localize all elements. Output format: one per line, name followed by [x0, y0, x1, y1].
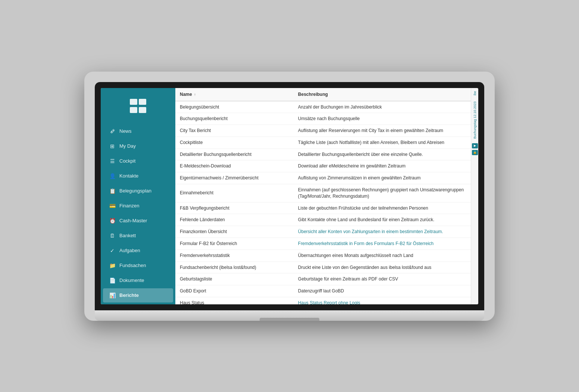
cashmaster-label: Cash-Master [119, 218, 147, 223]
row-name-5: E-Meldeschein-Download [175, 160, 294, 172]
table-row[interactable]: Buchungsquellenbericht Umsätze nach Buch… [175, 113, 471, 125]
table-row[interactable]: Eigentümernachweis / Zimmerübersicht Auf… [175, 172, 471, 184]
myday-label: My Day [119, 143, 136, 149]
date-label: Buchungstag 12.10.2023 [473, 101, 477, 139]
laptop-screen: 🗞 News ⊞ My Day ☰ Cockpit 👤 Kontakte 📋 B… [101, 88, 478, 304]
nav-item-news[interactable]: 🗞 News [103, 124, 173, 138]
table-row[interactable]: Cockpitliste Tägliche Liste (auch Notfal… [175, 137, 471, 148]
table-row[interactable]: E-Meldeschein-Download Download aller eM… [175, 160, 471, 172]
aufgaben-icon: ✓ [109, 247, 116, 254]
table-row[interactable]: GoBD Export Datenzugriff laut GoBD [175, 285, 471, 297]
table-row[interactable]: Geburtstagsliste Geburtstage für einen Z… [175, 273, 471, 285]
fundsachen-icon: 📁 [109, 262, 116, 269]
belegungsplan-label: Belegungsplan [119, 188, 151, 194]
laptop-base [95, 310, 484, 321]
svg-rect-1 [139, 99, 146, 105]
right-panel-text: ibe [472, 88, 478, 98]
table-row[interactable]: Haus Status Haus Status Report ohne Logi… [175, 297, 471, 304]
news-icon: 🗞 [109, 128, 116, 135]
row-desc-3: Tägliche Liste (auch Notfallliste) mit a… [294, 137, 471, 148]
table-row[interactable]: Einnahmebericht Einnahmen (auf geschloss… [175, 184, 471, 203]
col-name-label: Name [180, 92, 192, 97]
row-desc-13: Druckt eine Liste von den Gegenständen a… [294, 261, 471, 273]
lock-button[interactable]: 🔒 [472, 150, 478, 155]
col-desc-header[interactable]: Beschreibung [294, 88, 471, 101]
kontakte-icon: 👤 [109, 173, 116, 179]
cashmaster-icon: ⏰ [109, 217, 116, 224]
row-desc-5: Download aller eMeldescheine im gewählte… [294, 160, 471, 172]
svg-rect-0 [130, 99, 137, 105]
table-row[interactable]: City Tax Bericht Auflistung aller Reserv… [175, 125, 471, 137]
nav-item-cashmaster[interactable]: ⏰ Cash-Master [103, 214, 173, 228]
col-desc-label: Beschreibung [298, 92, 328, 97]
svg-rect-3 [139, 107, 146, 113]
table-row[interactable]: Detaillierter Buchungsquellenbericht Det… [175, 148, 471, 160]
right-panel: ibe Buchungstag 12.10.2023 ▶ 🔒 [471, 88, 478, 304]
screen-bezel: 🗞 News ⊞ My Day ☰ Cockpit 👤 Kontakte 📋 B… [95, 82, 484, 310]
finanzen-label: Finanzen [119, 203, 139, 208]
row-name-7: Einnahmebericht [175, 184, 294, 203]
table-container[interactable]: Name ↑ Beschreibung Belegungsübersicht A… [175, 88, 471, 304]
table-row[interactable]: Belegungsübersicht Anzahl der Buchungen … [175, 101, 471, 113]
dokumente-icon: 📄 [109, 277, 116, 284]
nav-item-bankett[interactable]: 🗓 Bankett [103, 229, 173, 243]
nav-item-myday[interactable]: ⊞ My Day [103, 139, 173, 153]
row-desc-11: Fremdenverkehrsstatistik in Form des For… [294, 238, 471, 250]
row-name-15: GoBD Export [175, 285, 294, 297]
nav-item-kontakte[interactable]: 👤 Kontakte [103, 169, 173, 183]
nav-item-dokumente[interactable]: 📄 Dokumente [103, 273, 173, 288]
laptop-outer: 🗞 News ⊞ My Day ☰ Cockpit 👤 Kontakte 📋 B… [84, 72, 495, 321]
kontakte-label: Kontakte [119, 173, 138, 179]
row-name-8: F&B Verpflegungsbericht [175, 202, 294, 214]
row-desc-6: Auflistung von Zimmerumsätzen in einem g… [294, 172, 471, 184]
berichte-icon: 📊 [109, 292, 116, 299]
nav-item-berichte[interactable]: 📊 Berichte [103, 288, 173, 302]
nav-item-fundsachen[interactable]: 📁 Fundsachen [103, 258, 173, 273]
col-name-header[interactable]: Name ↑ [175, 88, 294, 101]
table-row[interactable]: Fremdenverkehrsstatistik Übernachtungen … [175, 250, 471, 261]
table-row[interactable]: Finanzkonten Übersicht Übersicht aller K… [175, 226, 471, 238]
row-name-6: Eigentümernachweis / Zimmerübersicht [175, 172, 294, 184]
nav-item-belegungsplan[interactable]: 📋 Belegungsplan [103, 184, 173, 198]
table-row[interactable]: Formular F-B2 für Österreich Fremdenverk… [175, 238, 471, 250]
cockpit-icon: ☰ [109, 158, 116, 164]
row-name-11: Formular F-B2 für Österreich [175, 238, 294, 250]
sidebar: 🗞 News ⊞ My Day ☰ Cockpit 👤 Kontakte 📋 B… [101, 88, 175, 304]
sort-indicator: ↑ [194, 92, 196, 97]
table-row[interactable]: F&B Verpflegungsbericht Liste der gebuch… [175, 202, 471, 214]
row-desc-1: Umsätze nach Buchungsquelle [294, 113, 471, 125]
row-name-2: City Tax Bericht [175, 125, 294, 137]
row-name-4: Detaillierter Buchungsquellenbericht [175, 148, 294, 160]
reports-table: Name ↑ Beschreibung Belegungsübersicht A… [175, 88, 471, 304]
berichte-label: Berichte [119, 292, 139, 298]
row-desc-14: Geburtstage für einen Zeitraum als PDF o… [294, 273, 471, 285]
logo-icon [128, 97, 148, 115]
table-body: Belegungsübersicht Anzahl der Buchungen … [175, 101, 471, 304]
row-desc-10: Übersicht aller Konten von Zahlungsarten… [294, 226, 471, 238]
row-desc-4: Detaillierter Buchungsquellenbericht übe… [294, 148, 471, 160]
right-panel-controls: ▶ 🔒 [471, 142, 478, 157]
row-desc-0: Anzahl der Buchungen im Jahresüberblick [294, 101, 471, 113]
right-panel-date: Buchungstag 12.10.2023 [472, 98, 478, 142]
nav-item-cockpit[interactable]: ☰ Cockpit [103, 154, 173, 168]
forward-button[interactable]: ▶ [472, 143, 478, 148]
row-name-16: Haus Status [175, 297, 294, 304]
sidebar-nav: 🗞 News ⊞ My Day ☰ Cockpit 👤 Kontakte 📋 B… [101, 121, 175, 304]
table-row[interactable]: Fehlende Länderdaten Gibt Kontakte ohne … [175, 214, 471, 226]
nav-item-pay[interactable]: 💳 Pay [103, 303, 173, 304]
nav-item-aufgaben[interactable]: ✓ Aufgaben [103, 244, 173, 258]
sidebar-logo [101, 88, 175, 121]
bankett-icon: 🗓 [109, 232, 116, 239]
row-name-12: Fremdenverkehrsstatistik [175, 250, 294, 261]
table-row[interactable]: Fundsachenbericht (ibelsa lost&found) Dr… [175, 261, 471, 273]
cockpit-label: Cockpit [119, 158, 135, 164]
bankett-label: Bankett [119, 233, 136, 238]
svg-rect-2 [130, 107, 137, 113]
aufgaben-label: Aufgaben [119, 248, 140, 253]
nav-item-finanzen[interactable]: 💳 Finanzen [103, 199, 173, 213]
row-name-13: Fundsachenbericht (ibelsa lost&found) [175, 261, 294, 273]
belegungsplan-icon: 📋 [109, 188, 116, 194]
logo-svg [129, 98, 147, 114]
row-desc-7: Einnahmen (auf geschlossenen Rechnungen)… [294, 184, 471, 203]
row-desc-2: Auflistung aller Reservierungen mit City… [294, 125, 471, 137]
